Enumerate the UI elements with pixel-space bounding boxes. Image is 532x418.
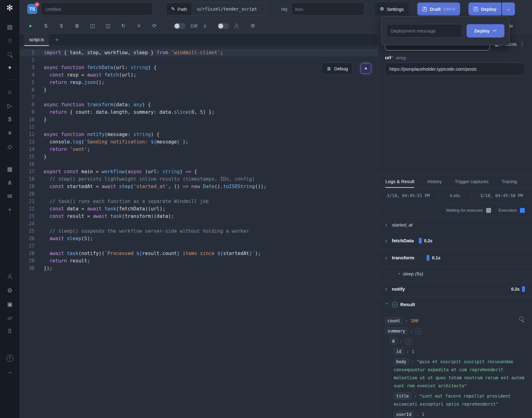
code-line[interactable]: 14 return 'sent'; [20, 146, 378, 153]
code-line[interactable]: 5 return resp.json(); [20, 79, 378, 86]
sidebar-item-workers[interactable]: ▣ [3, 297, 17, 311]
tab-logs-result[interactable]: Logs & Result [385, 175, 414, 188]
sidebar-item-create[interactable]: + [3, 203, 17, 217]
code-line[interactable]: 6} [20, 86, 378, 94]
settings-button[interactable]: ⚙ Settings [375, 2, 409, 15]
timeline-row-notify[interactable]: › notify 0.2s [378, 281, 532, 297]
tag-input[interactable] [291, 2, 365, 15]
result-json-row: count : 100 [385, 317, 525, 325]
tab-trigger-captures[interactable]: Trigger captures [455, 175, 489, 188]
sidebar-item-settings[interactable]: ⚙ [3, 284, 17, 297]
ai-wand-button[interactable]: ✦ [361, 63, 371, 74]
code-line[interactable]: 17export const main = workflow(async (ur… [20, 168, 378, 175]
sidebar-item-docs[interactable]: ▤ [3, 20, 17, 33]
sidebar-item-help[interactable]: ? [3, 351, 17, 365]
sidebar-item-runs[interactable]: ▷ [3, 99, 17, 112]
code-line[interactable]: 26 await sleep(5); [20, 235, 378, 242]
sidebar-item-apps[interactable]: ⠿ [3, 324, 17, 338]
code-line[interactable]: 24 [20, 220, 378, 227]
code-editor[interactable]: 1import { task, step, workflow, sleep } … [20, 46, 378, 418]
sidebar-item-search[interactable] [3, 47, 17, 61]
search-icon[interactable] [519, 317, 523, 321]
sync-icon[interactable]: ↻ [120, 23, 126, 29]
package-icon[interactable]: ◫ [89, 23, 95, 29]
clock-icon: ◔ [397, 271, 400, 276]
code-line[interactable]: 8async function transform(data: any) { [20, 101, 378, 108]
result-key[interactable]: body [394, 358, 409, 365]
code-line[interactable]: 22 const data = await task(fetchData)(ur… [20, 205, 378, 213]
deploy-options-button[interactable]: ⌄ [502, 2, 515, 15]
refresh-icon[interactable]: ⟳ [151, 23, 157, 29]
result-key[interactable]: title [394, 393, 411, 399]
code-line[interactable]: 15} [20, 153, 378, 161]
timeline-row-fetchdata[interactable]: › fetchData 0.2s [378, 232, 532, 249]
sidebar-item-folders[interactable]: ▱ [3, 311, 17, 324]
code-line[interactable]: 11 [20, 123, 378, 131]
timeline-row-result[interactable]: › ✓ Result [378, 297, 532, 312]
script-icon[interactable]: ≣ [74, 23, 80, 29]
result-key[interactable]: userId [394, 411, 414, 418]
timeline-row-started-at[interactable]: › started_at [378, 218, 532, 232]
sidebar-item-user[interactable] [3, 270, 17, 284]
tab-tracing[interactable]: Tracing [502, 175, 517, 188]
code-line[interactable]: 9 return { count: data.length, summary: … [20, 108, 378, 116]
code-line[interactable]: 30}); [20, 265, 378, 272]
plus-minus-icon[interactable]: ± [204, 23, 206, 29]
line-number: 4 [20, 71, 34, 79]
sidebar-item-ai[interactable]: ✦ [3, 61, 17, 74]
code-line[interactable]: 7 [20, 94, 378, 101]
result-key[interactable]: 0 [390, 338, 397, 345]
variables-icon[interactable]: $ [43, 23, 49, 29]
tab-script-ts[interactable]: script.ts [24, 34, 49, 46]
debug-button[interactable]: Debug [321, 62, 353, 75]
draft-button[interactable]: Draft Ctrl+S [417, 2, 460, 15]
database-icon[interactable]: ≡ [136, 23, 142, 29]
deploy-button[interactable]: Deploy [468, 2, 501, 15]
code-line[interactable]: 29 return result; [20, 257, 378, 265]
result-key[interactable]: count [385, 317, 403, 324]
deployment-message-input[interactable] [386, 24, 462, 37]
sidebar-item-schedules[interactable]: ▦ [3, 162, 17, 176]
timeline-row-sleep[interactable]: ◔ sleep (5s) [378, 266, 532, 281]
dependencies-icon[interactable]: ◫ [105, 23, 111, 29]
code-line[interactable]: 12async function notify(message: string)… [20, 131, 378, 138]
runs-icon: ▷ [7, 102, 12, 109]
code-line[interactable]: 10} [20, 116, 378, 123]
add-tab-button[interactable]: + [53, 37, 60, 46]
code-line[interactable]: 13 console.log(`Sending notification: ${… [20, 138, 378, 146]
gear-icon[interactable]: ⚙ [250, 23, 255, 29]
result-key[interactable]: id [394, 348, 404, 355]
windmill-logo-icon[interactable]: ✻ [7, 4, 13, 12]
diff-toggle[interactable] [174, 23, 185, 29]
code-line[interactable]: 16 [20, 161, 378, 168]
sidebar-item-resources[interactable]: ✳ [3, 126, 17, 140]
sidebar-item-home[interactable]: ⌂ [3, 85, 17, 99]
code-line[interactable]: 23 const result = await task(transform)(… [20, 213, 378, 220]
script-name-input[interactable] [41, 2, 153, 15]
kebab-menu-icon[interactable]: ⋮ [519, 41, 525, 48]
code-line[interactable]: 19 const startedAt = await step('started… [20, 183, 378, 190]
sidebar-item-triggers[interactable]: ⋔ [3, 176, 17, 189]
sidebar-item-collapse[interactable]: → [3, 365, 17, 379]
code-line[interactable]: 1import { task, step, workflow, sleep } … [20, 49, 378, 56]
sidebar-item-assets[interactable]: ◇ [3, 140, 17, 153]
sidebar-item-messages[interactable]: ✉ [3, 189, 17, 203]
code-line[interactable]: 25 // sleep() suspends the workflow serv… [20, 227, 378, 235]
sidebar-item-variables[interactable]: $ [3, 112, 17, 126]
sidebar-item-favorites[interactable]: ☆ [3, 33, 17, 47]
status-dot-icon[interactable]: ● [27, 23, 33, 29]
result-key[interactable]: summary [385, 328, 408, 334]
edit-path-button[interactable]: ✎ Path [166, 3, 192, 15]
code-line[interactable]: 27 [20, 242, 378, 250]
multiplayer-toggle[interactable] [218, 23, 229, 29]
timeline-row-transform[interactable]: › transform 0.1s [378, 249, 532, 266]
url-field-input[interactable] [385, 63, 525, 75]
code-line[interactable]: 21 // task() runs each function as a sep… [20, 198, 378, 205]
code-line[interactable]: 18 // step() persists lightweight inline… [20, 175, 378, 183]
code-line[interactable]: 28 await task(notify)(`Processed ${resul… [20, 250, 378, 257]
popover-deploy-button[interactable]: Deploy ↵ [467, 24, 504, 37]
tab-history[interactable]: History [427, 175, 442, 188]
code-line[interactable]: 20 [20, 190, 378, 198]
cash-icon[interactable]: $ [58, 23, 64, 29]
path-value[interactable]: u/rfiszel/tender_script [192, 3, 266, 15]
